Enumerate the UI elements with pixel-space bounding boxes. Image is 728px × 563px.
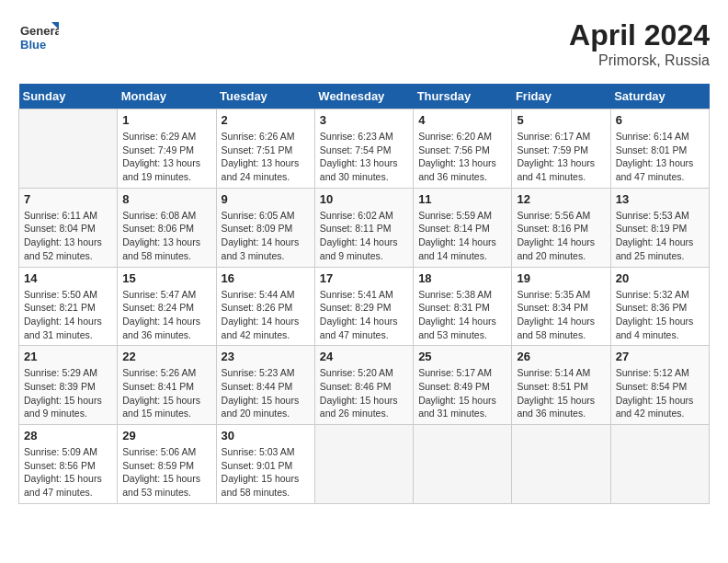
- day-number: 7: [24, 192, 112, 206]
- day-info: Sunrise: 6:17 AMSunset: 7:59 PMDaylight:…: [517, 130, 605, 184]
- day-info: Sunrise: 5:14 AMSunset: 8:51 PMDaylight:…: [517, 366, 605, 420]
- day-info: Sunrise: 5:06 AMSunset: 8:59 PMDaylight:…: [122, 445, 210, 500]
- calendar-cell: [19, 109, 118, 189]
- day-number: 20: [616, 271, 704, 285]
- day-info: Sunrise: 5:47 AMSunset: 8:24 PMDaylight:…: [122, 288, 210, 342]
- day-info: Sunrise: 5:26 AMSunset: 8:41 PMDaylight:…: [122, 366, 210, 420]
- day-number: 15: [122, 271, 210, 285]
- calendar-cell: 10Sunrise: 6:02 AMSunset: 8:11 PMDayligh…: [314, 188, 413, 267]
- month-year-title: April 2024: [569, 18, 710, 52]
- day-number: 13: [616, 192, 704, 206]
- calendar-cell: 19Sunrise: 5:35 AMSunset: 8:34 PMDayligh…: [512, 267, 610, 346]
- header-monday: Monday: [118, 84, 216, 109]
- calendar-cell: 27Sunrise: 5:12 AMSunset: 8:54 PMDayligh…: [610, 346, 709, 425]
- day-number: 8: [122, 192, 210, 206]
- calendar-cell: 25Sunrise: 5:17 AMSunset: 8:49 PMDayligh…: [414, 346, 512, 425]
- calendar-cell: 15Sunrise: 5:47 AMSunset: 8:24 PMDayligh…: [118, 267, 216, 346]
- calendar-cell: 18Sunrise: 5:38 AMSunset: 8:31 PMDayligh…: [414, 267, 512, 346]
- day-info: Sunrise: 5:35 AMSunset: 8:34 PMDaylight:…: [517, 288, 605, 342]
- calendar-cell: 5Sunrise: 6:17 AMSunset: 7:59 PMDaylight…: [512, 109, 610, 189]
- calendar-cell: 4Sunrise: 6:20 AMSunset: 7:56 PMDaylight…: [414, 109, 512, 189]
- day-info: Sunrise: 5:53 AMSunset: 8:19 PMDaylight:…: [616, 209, 704, 263]
- day-info: Sunrise: 5:44 AMSunset: 8:26 PMDaylight:…: [222, 288, 310, 342]
- calendar-cell: 2Sunrise: 6:26 AMSunset: 7:51 PMDaylight…: [216, 109, 314, 189]
- week-row-1: 1Sunrise: 6:29 AMSunset: 7:49 PMDaylight…: [19, 109, 710, 189]
- day-info: Sunrise: 5:17 AMSunset: 8:49 PMDaylight:…: [418, 366, 506, 420]
- calendar-cell: [314, 425, 413, 504]
- day-info: Sunrise: 5:23 AMSunset: 8:44 PMDaylight:…: [222, 366, 310, 420]
- day-number: 2: [222, 113, 310, 127]
- day-number: 19: [517, 271, 605, 285]
- week-row-5: 28Sunrise: 5:09 AMSunset: 8:56 PMDayligh…: [19, 425, 710, 504]
- logo-icon: General Blue: [18, 18, 59, 59]
- day-number: 27: [616, 350, 704, 363]
- header-friday: Friday: [512, 84, 610, 109]
- day-number: 23: [222, 350, 310, 363]
- day-info: Sunrise: 6:29 AMSunset: 7:49 PMDaylight:…: [122, 130, 210, 184]
- calendar-table: SundayMondayTuesdayWednesdayThursdayFrid…: [18, 84, 710, 504]
- calendar-cell: 9Sunrise: 6:05 AMSunset: 8:09 PMDaylight…: [216, 188, 314, 267]
- svg-text:Blue: Blue: [20, 38, 46, 52]
- header-saturday: Saturday: [610, 84, 709, 109]
- day-number: 24: [320, 350, 408, 363]
- logo: General Blue: [18, 18, 59, 59]
- calendar-cell: 28Sunrise: 5:09 AMSunset: 8:56 PMDayligh…: [19, 425, 118, 504]
- calendar-cell: 20Sunrise: 5:32 AMSunset: 8:36 PMDayligh…: [610, 267, 709, 346]
- day-info: Sunrise: 6:20 AMSunset: 7:56 PMDaylight:…: [418, 130, 506, 184]
- calendar-cell: 21Sunrise: 5:29 AMSunset: 8:39 PMDayligh…: [19, 346, 118, 425]
- day-info: Sunrise: 5:32 AMSunset: 8:36 PMDaylight:…: [616, 288, 704, 342]
- calendar-cell: 1Sunrise: 6:29 AMSunset: 7:49 PMDaylight…: [118, 109, 216, 189]
- day-info: Sunrise: 5:38 AMSunset: 8:31 PMDaylight:…: [418, 288, 506, 342]
- calendar-cell: 8Sunrise: 6:08 AMSunset: 8:06 PMDaylight…: [118, 188, 216, 267]
- day-info: Sunrise: 5:56 AMSunset: 8:16 PMDaylight:…: [517, 209, 605, 263]
- calendar-cell: 17Sunrise: 5:41 AMSunset: 8:29 PMDayligh…: [314, 267, 413, 346]
- day-info: Sunrise: 5:20 AMSunset: 8:46 PMDaylight:…: [320, 366, 408, 420]
- day-info: Sunrise: 5:03 AMSunset: 9:01 PMDaylight:…: [222, 445, 310, 500]
- day-number: 12: [517, 192, 605, 206]
- day-number: 3: [320, 113, 408, 127]
- page-header: General Blue April 2024 Primorsk, Russia: [18, 18, 710, 69]
- week-row-3: 14Sunrise: 5:50 AMSunset: 8:21 PMDayligh…: [19, 267, 710, 346]
- day-number: 1: [122, 113, 210, 127]
- calendar-cell: 11Sunrise: 5:59 AMSunset: 8:14 PMDayligh…: [414, 188, 512, 267]
- calendar-cell: 23Sunrise: 5:23 AMSunset: 8:44 PMDayligh…: [216, 346, 314, 425]
- day-number: 10: [320, 192, 408, 206]
- calendar-cell: 13Sunrise: 5:53 AMSunset: 8:19 PMDayligh…: [610, 188, 709, 267]
- day-number: 9: [222, 192, 310, 206]
- week-row-2: 7Sunrise: 6:11 AMSunset: 8:04 PMDaylight…: [19, 188, 710, 267]
- day-number: 16: [222, 271, 310, 285]
- day-number: 14: [24, 271, 112, 285]
- day-number: 21: [24, 350, 112, 363]
- day-number: 11: [418, 192, 506, 206]
- day-number: 25: [418, 350, 506, 363]
- calendar-cell: [610, 425, 709, 504]
- header-sunday: Sunday: [19, 84, 118, 109]
- calendar-cell: 24Sunrise: 5:20 AMSunset: 8:46 PMDayligh…: [314, 346, 413, 425]
- day-info: Sunrise: 6:14 AMSunset: 8:01 PMDaylight:…: [616, 130, 704, 184]
- calendar-cell: 30Sunrise: 5:03 AMSunset: 9:01 PMDayligh…: [216, 425, 314, 504]
- day-number: 30: [222, 429, 310, 442]
- day-number: 28: [24, 429, 112, 442]
- day-info: Sunrise: 5:12 AMSunset: 8:54 PMDaylight:…: [616, 366, 704, 420]
- calendar-cell: 16Sunrise: 5:44 AMSunset: 8:26 PMDayligh…: [216, 267, 314, 346]
- day-number: 4: [418, 113, 506, 127]
- day-info: Sunrise: 6:11 AMSunset: 8:04 PMDaylight:…: [24, 209, 112, 263]
- day-info: Sunrise: 5:50 AMSunset: 8:21 PMDaylight:…: [24, 288, 112, 342]
- day-number: 29: [122, 429, 210, 442]
- day-info: Sunrise: 5:09 AMSunset: 8:56 PMDaylight:…: [24, 445, 112, 500]
- header-thursday: Thursday: [414, 84, 512, 109]
- header-wednesday: Wednesday: [314, 84, 413, 109]
- calendar-cell: 3Sunrise: 6:23 AMSunset: 7:54 PMDaylight…: [314, 109, 413, 189]
- day-info: Sunrise: 5:41 AMSunset: 8:29 PMDaylight:…: [320, 288, 408, 342]
- calendar-cell: [512, 425, 610, 504]
- day-info: Sunrise: 6:26 AMSunset: 7:51 PMDaylight:…: [222, 130, 310, 184]
- day-number: 17: [320, 271, 408, 285]
- calendar-cell: 22Sunrise: 5:26 AMSunset: 8:41 PMDayligh…: [118, 346, 216, 425]
- calendar-cell: 6Sunrise: 6:14 AMSunset: 8:01 PMDaylight…: [610, 109, 709, 189]
- day-info: Sunrise: 6:08 AMSunset: 8:06 PMDaylight:…: [122, 209, 210, 263]
- calendar-cell: 12Sunrise: 5:56 AMSunset: 8:16 PMDayligh…: [512, 188, 610, 267]
- title-block: April 2024 Primorsk, Russia: [569, 18, 710, 69]
- day-number: 5: [517, 113, 605, 127]
- location-subtitle: Primorsk, Russia: [569, 52, 710, 69]
- svg-text:General: General: [20, 24, 59, 38]
